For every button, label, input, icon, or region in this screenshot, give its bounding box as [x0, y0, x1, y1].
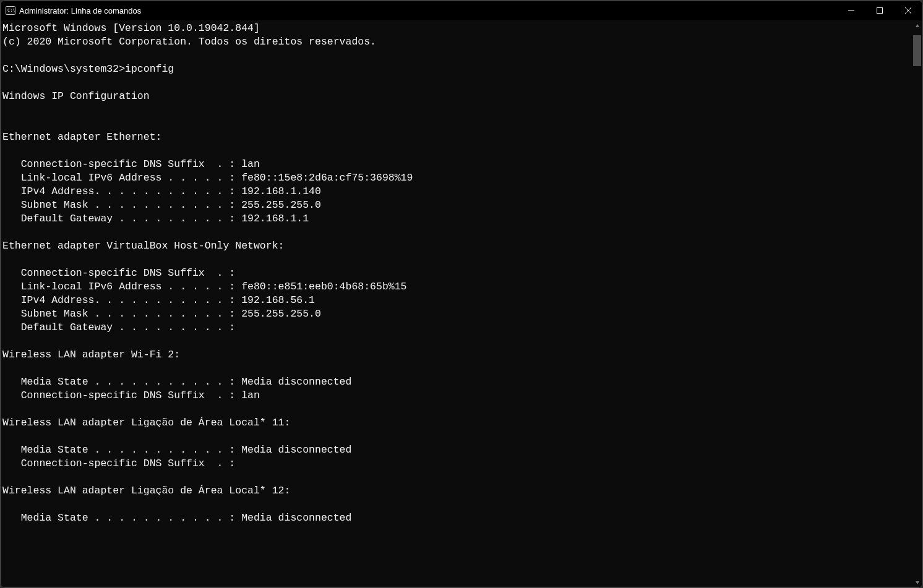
svg-rect-3 [877, 8, 883, 14]
svg-marker-6 [916, 24, 919, 27]
svg-text:C:\: C:\ [7, 8, 15, 13]
app-icon: C:\ [6, 6, 15, 15]
close-button[interactable] [894, 1, 922, 20]
minimize-button[interactable] [837, 1, 865, 20]
terminal-area[interactable]: Microsoft Windows [Version 10.0.19042.84… [1, 20, 922, 587]
scroll-up-arrow[interactable] [912, 20, 922, 31]
vertical-scrollbar[interactable] [912, 20, 922, 587]
command-prompt-window: C:\ Administrator: Linha de comandos Mic… [0, 0, 923, 588]
window-title: Administrator: Linha de comandos [19, 6, 141, 15]
maximize-button[interactable] [865, 1, 894, 20]
titlebar[interactable]: C:\ Administrator: Linha de comandos [1, 1, 922, 20]
scroll-thumb[interactable] [913, 35, 921, 66]
scroll-down-arrow[interactable] [912, 577, 922, 587]
terminal-output: Microsoft Windows [Version 10.0.19042.84… [1, 20, 922, 525]
svg-marker-7 [916, 581, 919, 584]
